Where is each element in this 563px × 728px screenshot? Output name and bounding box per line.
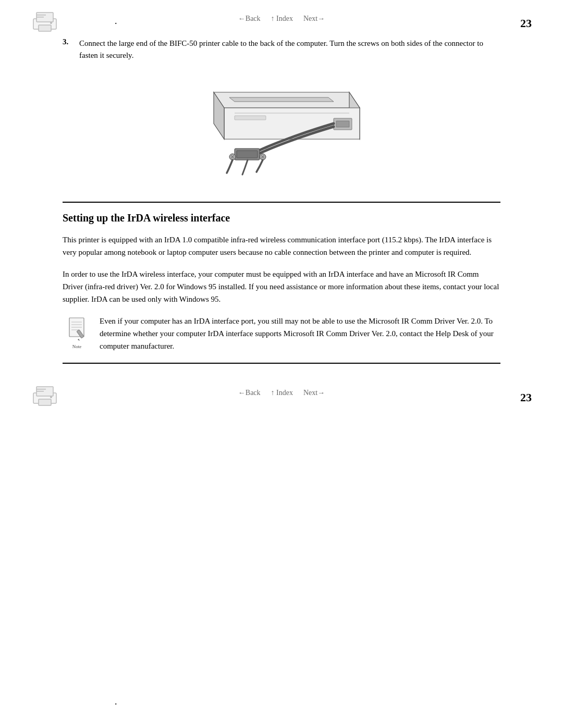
device-image — [182, 71, 381, 186]
next-link-top[interactable]: Next→ — [303, 15, 325, 23]
section-para-2: In order to use the IrDA wireless interf… — [63, 268, 500, 305]
note-icon-area: Note — [63, 315, 91, 349]
step-3: 3. Connect the large end of the BIFC-50 … — [63, 38, 500, 61]
svg-rect-16 — [237, 151, 258, 158]
svg-point-33 — [50, 396, 52, 398]
svg-rect-35 — [36, 391, 44, 392]
index-link-bottom[interactable]: ↑ Index — [271, 389, 293, 397]
section-divider-bottom — [63, 363, 500, 364]
note-icon — [67, 317, 87, 343]
printer-icon-top — [31, 11, 58, 35]
main-content: 3. Connect the large end of the BIFC-50 … — [0, 32, 563, 374]
next-link-bottom[interactable]: Next→ — [303, 389, 325, 397]
svg-rect-12 — [235, 116, 266, 120]
nav-bar-top: ←Back ↑ Index Next→ 23 — [0, 0, 563, 32]
svg-rect-14 — [336, 121, 349, 127]
svg-point-3 — [50, 22, 52, 24]
section-para-1: This printer is equipped with an IrDA 1.… — [63, 233, 500, 258]
section-divider-top — [63, 202, 500, 203]
step-3-number: 3. — [63, 38, 72, 61]
nav-links-bottom: ←Back ↑ Index Next→ — [238, 389, 325, 397]
note-label: Note — [72, 344, 82, 349]
nav-bar-bottom: ←Back ↑ Index Next→ 23 — [0, 379, 563, 406]
note-block: Note Even if your computer has an IrDA i… — [63, 315, 500, 352]
svg-rect-4 — [36, 15, 46, 16]
dot-bottom: . — [115, 696, 117, 707]
step-3-text: Connect the large end of the BIFC-50 pri… — [79, 38, 500, 61]
index-link-top[interactable]: ↑ Index — [271, 15, 293, 23]
note-text: Even if your computer has an IrDA interf… — [100, 315, 500, 352]
nav-links-top: ←Back ↑ Index Next→ — [238, 15, 325, 23]
svg-rect-32 — [39, 399, 51, 405]
device-image-container — [63, 71, 500, 186]
page-number-bottom: 23 — [520, 391, 532, 404]
page-number-top: 23 — [520, 17, 532, 30]
svg-rect-34 — [36, 389, 46, 390]
printer-icon-bottom — [31, 386, 58, 410]
svg-marker-10 — [229, 97, 334, 102]
section-heading: Setting up the IrDA wireless interface — [63, 212, 500, 224]
svg-rect-2 — [39, 25, 51, 31]
svg-marker-29 — [78, 339, 80, 341]
page: . ←Back ↑ Index Next→ 23 3. — [0, 0, 563, 728]
svg-rect-5 — [36, 17, 44, 18]
back-link-bottom[interactable]: ←Back — [238, 389, 261, 397]
back-link-top[interactable]: ←Back — [238, 15, 261, 23]
